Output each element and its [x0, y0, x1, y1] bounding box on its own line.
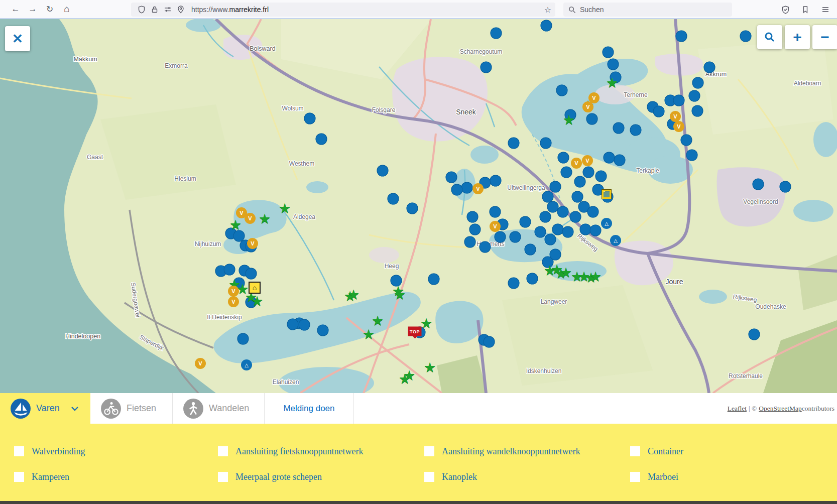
filter-kanoplek[interactable]: Kanoplek: [424, 471, 477, 482]
marker-v[interactable]: V: [490, 221, 501, 232]
marker-aanlegplaats[interactable]: [547, 201, 559, 213]
marker-aanlegplaats[interactable]: [542, 191, 554, 203]
marker-aanlegplaats[interactable]: [451, 184, 463, 196]
marker-aanlegplaats[interactable]: [467, 211, 479, 223]
checkbox[interactable]: [424, 472, 434, 482]
reload-icon[interactable]: ↻: [41, 2, 58, 16]
marker-v[interactable]: V: [582, 101, 593, 112]
marker-aanlegplaats[interactable]: [780, 181, 791, 193]
marker-aanlegplaats[interactable]: [704, 62, 715, 73]
marker-aanlegplaats[interactable]: [749, 329, 760, 340]
marker-aanlegplaats[interactable]: [520, 216, 531, 228]
checkbox[interactable]: [424, 446, 434, 456]
marker-aanlegplaats[interactable]: [558, 152, 569, 164]
checkbox[interactable]: [14, 446, 24, 456]
filter-meerpaal-grote-schepen[interactable]: Meerpaal grote schepen: [218, 471, 322, 482]
marker-aanlegplaats[interactable]: [556, 85, 568, 96]
marker-aanlegplaats[interactable]: [469, 224, 481, 235]
checkbox[interactable]: [630, 446, 640, 456]
marker-aanlegplaats[interactable]: [574, 176, 586, 188]
marker-aanlegplaats[interactable]: [572, 191, 583, 203]
address-bar[interactable]: https://www.marrekrite.frl ☆: [131, 3, 555, 17]
tab-fietsen[interactable]: Fietsen: [90, 393, 173, 424]
filter-aansluiting-wandelknooppuntnetwerk[interactable]: Aansluiting wandelknooppuntnetwerk: [424, 446, 580, 457]
marker-aanlegplaats[interactable]: [550, 249, 561, 261]
home-icon[interactable]: ⌂: [58, 2, 75, 16]
filter-kamperen[interactable]: Kamperen: [14, 471, 69, 482]
marker-aanlegplaats[interactable]: [595, 171, 607, 182]
location-pin-icon[interactable]: [177, 6, 185, 14]
marker-aanlegplaats[interactable]: [525, 244, 536, 256]
marker-aanlegplaats[interactable]: [587, 206, 599, 218]
checkbox[interactable]: [218, 446, 228, 456]
marker-star[interactable]: ★: [347, 288, 360, 302]
marker-v[interactable]: V: [247, 238, 258, 249]
zoom-in-button[interactable]: +: [785, 25, 810, 49]
marker-aanlegplaats[interactable]: [527, 273, 538, 285]
marker-aanlegplaats[interactable]: [570, 211, 581, 223]
marker-aanlegplaats[interactable]: [653, 106, 665, 117]
marker-v[interactable]: V: [228, 286, 239, 297]
marker-aanlegplaats[interactable]: [304, 113, 316, 124]
tab-varen[interactable]: Varen: [0, 393, 90, 424]
marker-aanlegplaats[interactable]: [545, 234, 556, 245]
marker-aanlegplaats[interactable]: [604, 152, 615, 164]
checkbox[interactable]: [14, 472, 24, 482]
marker-v[interactable]: V: [670, 111, 681, 122]
marker-aanlegplaats[interactable]: [446, 172, 457, 183]
marker-aanlegplaats[interactable]: [590, 225, 602, 236]
checkbox[interactable]: [218, 472, 228, 482]
marker-v[interactable]: V: [228, 296, 239, 307]
marker-aanlegplaats[interactable]: [614, 155, 626, 166]
marker-aanlegplaats[interactable]: [586, 113, 598, 125]
marker-tent[interactable]: △: [241, 359, 252, 370]
marker-aanlegplaats[interactable]: [686, 150, 698, 161]
marker-aanlegplaats[interactable]: [490, 175, 502, 187]
marker-aanlegplaats[interactable]: [535, 226, 546, 238]
marker-aanlegplaats[interactable]: [613, 122, 625, 134]
marker-star[interactable]: ★: [424, 361, 436, 374]
lock-icon[interactable]: [151, 6, 159, 14]
marker-aanlegplaats[interactable]: [673, 95, 685, 106]
marker-star[interactable]: ★: [560, 266, 572, 280]
checkbox[interactable]: [630, 472, 640, 482]
marker-aanlegplaats[interactable]: [689, 90, 700, 102]
marker-aanlegplaats[interactable]: [541, 20, 552, 32]
marker-aanlegplaats[interactable]: [317, 325, 329, 336]
tab-melding-doen[interactable]: Melding doen: [265, 393, 354, 424]
permissions-icon[interactable]: [164, 6, 172, 14]
marker-aanlegplaats[interactable]: [481, 62, 492, 73]
marker-aanlegplaats[interactable]: [377, 165, 389, 177]
marker-aanlegplaats[interactable]: [484, 336, 495, 348]
marker-star[interactable]: ★: [372, 314, 384, 328]
marker-star[interactable]: ★: [251, 295, 263, 308]
marker-house[interactable]: ⌂: [249, 282, 261, 294]
marker-aanlegplaats[interactable]: [583, 167, 594, 178]
marker-aanlegplaats[interactable]: [407, 203, 418, 214]
marker-star[interactable]: ★: [563, 113, 575, 127]
marker-aanlegplaats[interactable]: [561, 167, 572, 178]
filter-container[interactable]: Container: [630, 446, 683, 457]
marker-aanlegplaats[interactable]: [540, 138, 552, 149]
marker-star[interactable]: ★: [606, 76, 618, 90]
filter-walverbinding[interactable]: Walverbinding: [14, 446, 85, 457]
marker-v[interactable]: V: [673, 121, 684, 132]
marker-tent[interactable]: △: [610, 235, 621, 246]
marker-aanlegplaats[interactable]: [491, 28, 502, 39]
marker-star[interactable]: ★: [394, 288, 406, 302]
map-search-button[interactable]: [757, 25, 782, 49]
marker-aanlegplaats[interactable]: [224, 264, 235, 276]
marker-star[interactable]: ★: [259, 212, 271, 226]
marker-tent[interactable]: △: [601, 218, 612, 229]
marker-aanlegplaats[interactable]: [299, 319, 310, 331]
leaflet-link[interactable]: Leaflet: [728, 405, 747, 413]
marker-v[interactable]: V: [195, 358, 206, 369]
marker-outline-square[interactable]: [602, 190, 611, 199]
marker-aanlegplaats[interactable]: [681, 135, 692, 146]
marker-star[interactable]: ★: [589, 270, 602, 284]
back-icon[interactable]: ←: [7, 2, 24, 16]
marker-aanlegplaats[interactable]: [630, 124, 642, 136]
filter-aansluiting-fietsknooppuntnetwerk[interactable]: Aansluiting fietsknooppuntnetwerk: [218, 446, 363, 457]
library-icon[interactable]: [797, 3, 814, 17]
marker-aanlegplaats[interactable]: [550, 181, 561, 193]
